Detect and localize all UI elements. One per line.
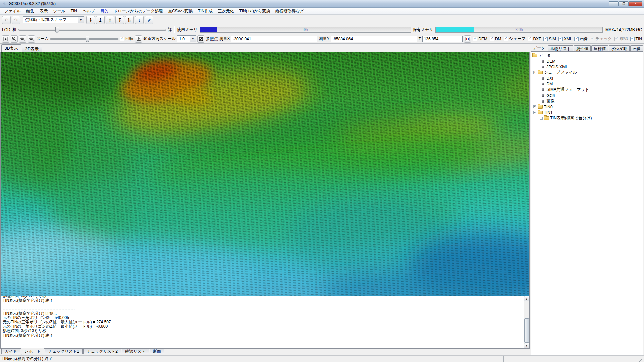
tree-item-dxf[interactable]: DXF <box>532 75 642 81</box>
tree-item-gc6[interactable]: GC6 <box>532 93 642 98</box>
lod-slider[interactable] <box>18 26 166 33</box>
tree-label: TIN表示(標高で色分け) <box>550 115 592 121</box>
tab-confirm-list[interactable]: 確認リスト <box>122 349 149 354</box>
log-text: 処理時間: 0秒501ミリ秒 TIN表示(標高で色分け) 終了 --------… <box>1 296 524 348</box>
zoom-slider-thumb[interactable] <box>86 36 89 42</box>
legend-icon[interactable] <box>464 35 471 43</box>
menu-purpose[interactable]: 目的 <box>98 8 111 15</box>
vertical-scale-value: 1.0 <box>179 37 190 41</box>
menu-help[interactable]: ヘルプ <box>80 8 98 15</box>
tree-item-tin0[interactable]: + TIN0 <box>532 104 642 110</box>
tab-data[interactable]: データ <box>531 44 548 51</box>
layer-checkbox-tin[interactable]: ✓TIN <box>630 37 642 41</box>
scroll-track[interactable] <box>524 301 529 343</box>
layer-checkbox-dem[interactable]: ✓DEM <box>473 37 487 41</box>
point-raise-icon[interactable]: ↥ <box>96 16 105 24</box>
bottom-tab-bar: ガイド レポート チェックリスト1 チェックリスト2 確認リスト 断面 <box>0 349 530 356</box>
menu-cross-section[interactable]: 縦横断取得など <box>273 8 307 15</box>
tab-feature-list[interactable]: 地物リスト <box>548 45 573 51</box>
tab-checklist1[interactable]: チェックリスト1 <box>45 349 83 354</box>
capture-icon[interactable] <box>197 35 205 43</box>
tree-item-sima[interactable]: SIMA共通フォーマット <box>532 87 642 93</box>
menu-view[interactable]: 表示 <box>37 8 50 15</box>
status-message: TIN表示(標高で色分け) 終了 <box>2 356 503 362</box>
expand-plus-icon[interactable]: + <box>533 105 536 108</box>
tree-item-dem[interactable]: DEM <box>532 58 642 64</box>
layer-checkbox-shape[interactable]: ✓シェープ <box>504 36 526 42</box>
app-window: ♨ GC3D-Pro 8.2.32 (製品版) — ❐ × ファイル 編集 表示… <box>0 0 644 362</box>
scroll-up-icon[interactable]: ▲ <box>524 296 529 301</box>
tree-item-jpgis-xml[interactable]: JPGIS-XML <box>532 64 642 70</box>
tree-label: DM <box>547 82 553 86</box>
edit-mode-select[interactable]: 点移動・追加:スナップ ▼ <box>23 16 84 23</box>
layer-checkbox-xml[interactable]: ✓XML <box>558 37 572 41</box>
menu-edit[interactable]: 編集 <box>23 8 37 15</box>
zoom-in-icon[interactable] <box>19 35 26 43</box>
tree-item-dm[interactable]: DM <box>532 81 642 87</box>
undo-icon[interactable]: ↶ <box>2 16 11 24</box>
layer-checkbox-sim[interactable]: ✓SIM <box>543 37 556 41</box>
point-move-up-icon[interactable]: ⇞ <box>86 16 95 24</box>
menu-drone-data[interactable]: ドローンからのデータ処理 <box>111 8 165 15</box>
redo-icon[interactable]: ↷ <box>12 16 20 24</box>
rotate-checkbox[interactable]: ✓ 回転 <box>120 36 133 42</box>
tree-item-tin-display[interactable]: + TIN表示(標高で色分け) <box>532 115 642 121</box>
maximize-button[interactable]: ❐ <box>619 1 629 6</box>
layer-checkbox-image[interactable]: ✓画像 <box>574 36 588 42</box>
menu-tools[interactable]: ツール <box>50 8 68 15</box>
menu-tin[interactable]: TIN <box>68 8 80 14</box>
tab-cross-section[interactable]: 断面 <box>150 349 164 354</box>
z-field[interactable]: 136.854 <box>422 36 463 42</box>
tree-item-tin1[interactable]: − TIN1 <box>532 110 642 115</box>
tab-3d-view[interactable]: 3D表示 <box>1 44 21 52</box>
vertical-scale-select[interactable]: 1.0 ▼ <box>177 35 196 42</box>
menu-tin-create[interactable]: TIN作成 <box>195 8 215 15</box>
scroll-thumb[interactable] <box>524 318 529 343</box>
tab-water-level[interactable]: 水位変動 <box>609 45 630 51</box>
expand-plus-icon[interactable]: + <box>533 71 536 74</box>
resize-grip[interactable] <box>638 356 642 362</box>
point-swap-icon[interactable]: ⇅ <box>125 16 134 24</box>
menu-3d[interactable]: 三次元化 <box>215 8 236 15</box>
tab-checklist2[interactable]: チェックリスト2 <box>83 349 121 354</box>
menu-tin-txt-convert[interactable]: TIN(.txt)から変換 <box>236 8 273 15</box>
tree-item-image[interactable]: 画像 <box>532 98 642 104</box>
scroll-down-icon[interactable]: ▼ <box>524 343 529 348</box>
log-scrollbar[interactable]: ▲ ▼ <box>524 296 529 348</box>
terrain-3d-viewport[interactable] <box>0 52 530 296</box>
collapse-minus-icon[interactable]: − <box>533 111 536 114</box>
view-tab-bar: 3D表示 2D表示 <box>0 44 530 52</box>
check-icon: ✓ <box>121 37 124 40</box>
tree-item-shapefile[interactable]: + シェープファイル <box>532 70 642 75</box>
menu-file[interactable]: ファイル <box>2 8 23 15</box>
point-lower-icon[interactable]: ↧ <box>115 16 124 24</box>
menu-csv-convert[interactable]: 点CSVへ変換 <box>165 8 195 15</box>
point-jump-icon[interactable]: ⇗ <box>145 16 153 24</box>
survey-x-field[interactable]: -3090.041 <box>231 36 317 42</box>
zoom-slider[interactable] <box>50 36 119 42</box>
tab-attribute-value[interactable]: 属性値 <box>574 45 591 51</box>
lod-coarse-label: 粗 <box>12 27 16 33</box>
tab-guide[interactable]: ガイド <box>1 349 20 354</box>
export-view-icon[interactable] <box>135 35 142 43</box>
expand-plus-icon[interactable]: + <box>540 117 543 120</box>
point-move-down-icon[interactable]: ⇟ <box>106 16 114 24</box>
tab-2d-view[interactable]: 2D表示 <box>22 46 42 52</box>
point-drop-icon[interactable]: ↓ <box>135 16 144 24</box>
zoom-reset-icon[interactable] <box>28 35 35 43</box>
tab-coordinate-value[interactable]: 座標値 <box>591 45 608 51</box>
vertical-scale-label: 鉛直方向スケール <box>143 36 176 42</box>
tab-image[interactable]: 画像 <box>630 45 643 51</box>
tree-item-root[interactable]: データ <box>532 53 642 58</box>
survey-y-field[interactable]: -85884.064 <box>331 36 417 42</box>
zoom-out-icon[interactable] <box>11 35 18 43</box>
layer-checkbox-dm[interactable]: ✓DM <box>490 37 501 41</box>
tab-report[interactable]: レポート <box>21 348 44 355</box>
minimize-button[interactable]: — <box>609 1 619 6</box>
layer-toggle-group: ✓DEM ✓DM ✓シェープ ✓DXF ✓SIM ✓XML ✓画像 ✓チェック … <box>473 36 642 42</box>
log-divider: ----------------------------------------… <box>3 303 522 307</box>
close-button[interactable]: × <box>629 1 642 6</box>
lod-slider-thumb[interactable] <box>55 27 59 33</box>
layer-checkbox-dxf[interactable]: ✓DXF <box>528 37 541 41</box>
fit-view-icon[interactable] <box>2 35 9 43</box>
